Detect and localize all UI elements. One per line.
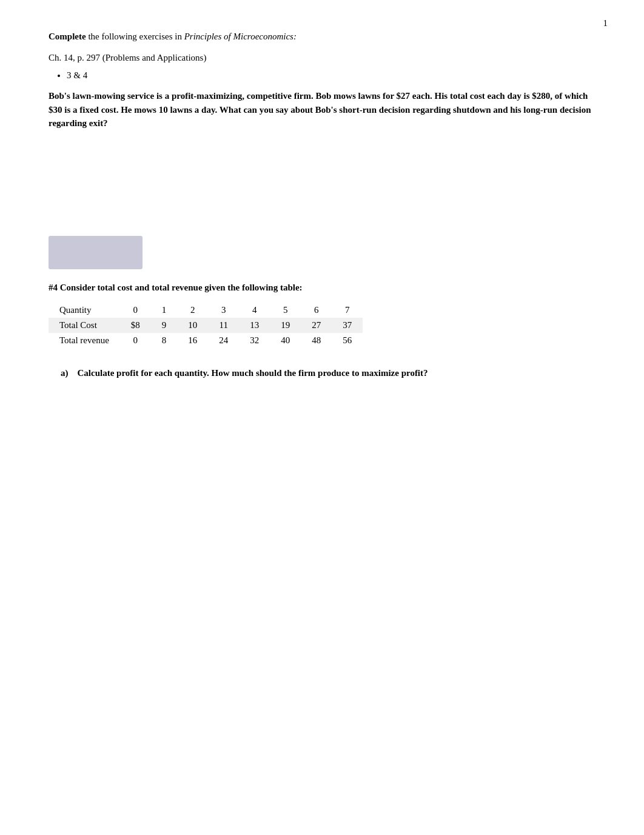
table-cell-revenue-0: 0 <box>120 333 151 348</box>
table-cell-quantity-1: 1 <box>151 303 178 318</box>
table-row-quantity: Quantity 0 1 2 3 4 5 6 7 <box>49 303 363 318</box>
table-cell-cost-label: Total Cost <box>49 318 120 333</box>
table-cell-quantity-4: 4 <box>239 303 270 318</box>
table-cell-revenue-6: 48 <box>301 333 332 348</box>
table-cell-cost-4: 13 <box>239 318 270 333</box>
table-cell-cost-5: 19 <box>270 318 301 333</box>
sub-question-a-label: a) <box>61 368 69 378</box>
table-cell-quantity-6: 6 <box>301 303 332 318</box>
table-cell-quantity-7: 7 <box>332 303 363 318</box>
table-cell-cost-2: 10 <box>177 318 208 333</box>
table-cell-revenue-2: 16 <box>177 333 208 348</box>
table-cell-cost-0: $8 <box>120 318 151 333</box>
sub-question-a-text: Calculate profit for each quantity. How … <box>78 368 428 378</box>
table-cell-revenue-3: 24 <box>208 333 239 348</box>
page-number: 1 <box>603 18 608 29</box>
table-cell-quantity-3: 3 <box>208 303 239 318</box>
redacted-image <box>49 236 143 269</box>
table-cell-cost-7: 37 <box>332 318 363 333</box>
table-cell-cost-1: 9 <box>151 318 178 333</box>
chapter-reference: Ch. 14, p. 297 (Problems and Application… <box>49 52 595 64</box>
table-cell-quantity-2: 2 <box>177 303 208 318</box>
table-cell-revenue-4: 32 <box>239 333 270 348</box>
table-cell-cost-6: 27 <box>301 318 332 333</box>
bold-complete: Complete <box>49 32 86 41</box>
table-cell-cost-3: 11 <box>208 318 239 333</box>
table-row-total-cost: Total Cost $8 9 10 11 13 19 27 37 <box>49 318 363 333</box>
bullet-list: 3 & 4 <box>67 70 595 81</box>
table-cell-quantity-0: 0 <box>120 303 151 318</box>
table-cell-quantity-5: 5 <box>270 303 301 318</box>
table-cell-revenue-5: 40 <box>270 333 301 348</box>
intro-paragraph: Complete the following exercises in Prin… <box>49 30 595 43</box>
sub-question-a: a) Calculate profit for each quantity. H… <box>61 366 595 380</box>
table-cell-revenue-label: Total revenue <box>49 333 120 348</box>
table-cell-revenue-1: 8 <box>151 333 178 348</box>
data-table: Quantity 0 1 2 3 4 5 6 7 Total Cost $8 9… <box>49 303 363 348</box>
sub-question-a-container: a) Calculate profit for each quantity. H… <box>61 366 595 380</box>
bullet-item: 3 & 4 <box>67 70 595 81</box>
question-3-text: Bob's lawn-mowing service is a profit-ma… <box>49 89 595 130</box>
answer-space-3 <box>49 139 595 236</box>
intro-rest: the following exercises in <box>86 32 184 41</box>
table-cell-revenue-7: 56 <box>332 333 363 348</box>
table-cell-quantity-label: Quantity <box>49 303 120 318</box>
table-row-total-revenue: Total revenue 0 8 16 24 32 40 48 56 <box>49 333 363 348</box>
book-title: Principles of Microeconomics: <box>184 32 297 41</box>
question-4-heading: #4 Consider total cost and total revenue… <box>49 281 595 294</box>
